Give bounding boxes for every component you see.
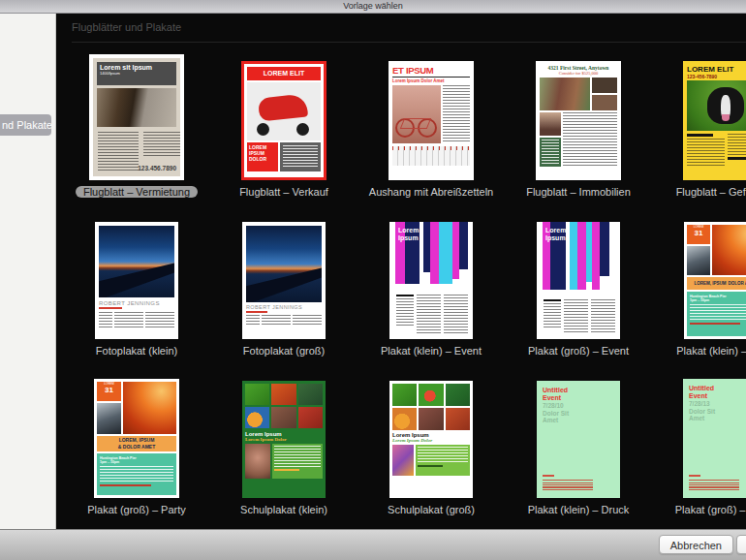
teal-info-block: Huntington Beach Pier 1pm – 10pm <box>97 453 176 495</box>
photo-grid <box>245 384 323 428</box>
poster-name: ROBERT JENNINGS <box>99 300 174 306</box>
poster-body-text <box>293 315 322 327</box>
poster-subtitle: 7/28/10 Dolor Sit Amet <box>543 402 614 424</box>
cancel-button[interactable]: Abbrechen <box>659 535 733 554</box>
template-label[interactable]: Flugblatt – Verkauf <box>239 185 328 200</box>
poster-body-text <box>417 295 441 333</box>
house-photo <box>540 78 590 110</box>
template-thumbnail-gefunden[interactable]: LOREM ELIT 123-456-7890 <box>683 61 746 180</box>
template-cell: Lorem Ipsum Lorem Ipsum Dolor Schulplaka… <box>210 358 357 517</box>
sidebar-item-label: nd Plakate <box>2 119 51 131</box>
template-thumbnail-abreisszettel[interactable]: ET IPSUM Lorem Ipsum Dolor Amet <box>389 61 474 180</box>
poster-body-text <box>145 312 174 327</box>
kid-photo <box>245 444 270 479</box>
template-thumbnail-schulplakat-klein[interactable]: Lorem Ipsum Lorem Ipsum Dolor <box>242 381 326 498</box>
template-thumbnail-druck-gross[interactable]: Untitled Event 7/28/13 Dolor Sit Amet <box>683 379 746 498</box>
template-row: LOREM 31 LOREM, IPSUM & DOLOR AMET Hunti… <box>63 358 746 517</box>
template-label[interactable]: Flugblatt – Vermietung <box>76 185 198 200</box>
poster-body-text <box>443 85 470 143</box>
template-thumbnail-party-klein[interactable]: LOREM 31 LOREM, IPSUMDOLOR AMET Huntingt… <box>684 222 746 339</box>
template-label[interactable]: Plakat (groß) – Event <box>528 344 629 358</box>
pier-photo <box>246 226 322 302</box>
heading-band: LOREM, IPSUMDOLOR AMET <box>687 277 746 290</box>
poster-subtitle: 1400/Ipsum <box>100 71 173 76</box>
template-cell: LOREM 31 LOREM, IPSUM & DOLOR AMET Hunti… <box>63 358 210 517</box>
tear-off-strips <box>392 146 470 166</box>
template-category-sidebar: nd Plakate <box>0 14 56 530</box>
green-text-box <box>416 445 470 476</box>
poster-name: ROBERT JENNINGS <box>246 304 322 310</box>
poster-date-line <box>246 311 267 313</box>
template-thumbnail-event-gross[interactable]: Lorem Ipsum <box>537 222 620 339</box>
poster-body-text <box>99 312 112 327</box>
template-cell: ET IPSUM Lorem Ipsum Dolor Amet <box>357 41 505 200</box>
poster-subtitle: Lorem Ipsum Dolor <box>392 438 470 443</box>
teal-info-block: Huntington Beach Pier 1pm – 10pm <box>687 292 746 336</box>
template-label[interactable]: Plakat (klein) – Party <box>676 344 746 358</box>
poster-subtitle: Lorem Ipsum Dolor <box>245 437 323 442</box>
template-thumbnail-schulplakat-gross[interactable]: Lorem Ipsum Lorem Ipsum Dolor <box>389 381 473 498</box>
poster-phone: 123.456.7890 <box>138 165 176 171</box>
poster-body-text <box>114 312 143 327</box>
template-thumbnail-fotoplakat-klein[interactable]: ROBERT JENNINGS <box>95 222 178 339</box>
poster-rule <box>392 77 470 78</box>
poster-phone: 123-456-7890 <box>687 74 746 79</box>
template-cell: Lorem Ipsum Plakat (klein) – Event <box>357 200 505 358</box>
poster-subtitle: Consider for $525,000 <box>540 71 617 76</box>
sunset-photo <box>123 382 176 434</box>
heading-band: LOREM, IPSUM & DOLOR AMET <box>97 436 176 451</box>
pier-photo <box>99 226 174 297</box>
template-thumbnail-verkauf[interactable]: LOREM ELIT LOREM IPSUM DOLOR <box>241 61 326 180</box>
poster-body-text <box>262 315 291 327</box>
sunset-photo <box>712 225 746 275</box>
event-details-text <box>544 303 561 327</box>
template-label[interactable]: Plakat (groß) – Party <box>87 503 185 517</box>
scooter-wheel <box>296 123 309 136</box>
template-cell: Untitled Event 7/28/10 Dolor Sit Amet Pl… <box>505 358 652 517</box>
bicycle-frame <box>400 118 431 129</box>
poster-header-block: Lorem sit Ipsum 1400/Ipsum <box>97 62 176 85</box>
poster-title: Untitled Event <box>689 385 746 400</box>
template-cell: Lorem sit Ipsum 1400/Ipsum 123.456.7890 … <box>63 41 210 200</box>
green-text-box <box>272 444 323 479</box>
template-thumbnail-immobilien[interactable]: 4321 First Street, Anytown Consider for … <box>536 61 621 180</box>
poster-date-line <box>99 307 122 309</box>
template-thumbnail-druck-klein[interactable]: Untitled Event 7/28/10 Dolor Sit Amet <box>537 381 620 498</box>
template-label[interactable]: Schulplakat (klein) <box>240 503 327 517</box>
poster-body-text <box>444 295 468 333</box>
dog-tongue <box>722 114 730 121</box>
template-thumbnail-party-gross[interactable]: LOREM 31 LOREM, IPSUM & DOLOR AMET Hunti… <box>94 379 179 498</box>
dog-photo <box>687 80 746 131</box>
section-header: Flugblätter und Plakate <box>72 21 181 33</box>
poster-body-text <box>564 299 588 334</box>
poster-red-box: LOREM IPSUM DOLOR <box>247 142 278 171</box>
template-row: Lorem sit Ipsum 1400/Ipsum 123.456.7890 … <box>63 41 746 200</box>
window-title: Vorlage wählen <box>343 1 403 11</box>
template-label[interactable]: Aushang mit Abreißzetteln <box>369 185 493 200</box>
poster-subtitle: 7/28/13 Dolor Sit Amet <box>689 400 746 422</box>
template-thumbnail-vermietung[interactable]: Lorem sit Ipsum 1400/Ipsum 123.456.7890 <box>89 54 184 180</box>
choose-button-partial[interactable] <box>736 535 746 554</box>
template-thumbnail-fotoplakat-gross[interactable]: ROBERT JENNINGS <box>242 222 326 339</box>
template-label[interactable]: Flugblatt – Gefunden <box>676 185 746 200</box>
template-label[interactable]: Flugblatt – Immobilien <box>526 185 631 200</box>
template-label[interactable]: Fotoplakat (klein) <box>96 344 177 358</box>
poster-photo <box>392 85 441 143</box>
kid-photo <box>392 445 414 476</box>
poster-title-band: LOREM ELIT <box>247 67 321 80</box>
poster-title: Lorem Ipsum <box>545 227 566 242</box>
window-title-bar: Vorlage wählen <box>0 0 746 14</box>
interior-photo <box>592 78 617 93</box>
template-label[interactable]: Schulplakat (groß) <box>388 503 475 517</box>
poster-title: ET IPSUM <box>392 65 470 76</box>
event-details-text <box>396 298 414 326</box>
template-label[interactable]: Fotoplakat (groß) <box>243 344 325 358</box>
sidebar-item-flugblaetter-und-plakate[interactable]: nd Plakate <box>0 114 51 136</box>
template-label[interactable]: Plakat (groß) – Druck <box>675 503 746 517</box>
template-thumbnail-event-klein[interactable]: Lorem Ipsum <box>389 222 473 339</box>
pier-silhouette <box>99 259 174 297</box>
date-badge: LOREM 31 <box>97 382 121 401</box>
template-label[interactable]: Plakat (klein) – Event <box>381 344 482 358</box>
template-label[interactable]: Plakat (klein) – Druck <box>528 503 630 517</box>
poster-body-text <box>98 132 139 171</box>
